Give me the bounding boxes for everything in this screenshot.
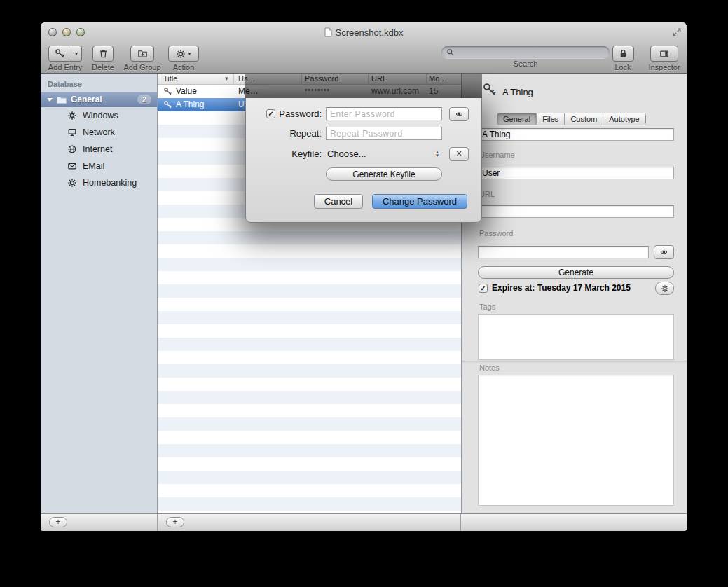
change-password-sheet: ✓ Password: Repeat: Ke [245, 98, 482, 223]
tags-label: Tags [479, 303, 495, 311]
show-password-button[interactable] [449, 107, 469, 121]
notes-field[interactable] [478, 375, 674, 506]
add-group-group: Add Group [119, 42, 165, 71]
repeat-label: Repeat: [289, 128, 322, 139]
show-password-button[interactable] [654, 245, 674, 259]
chevron-down-icon: ▾ [188, 51, 191, 57]
add-entry-label: Add Entry [48, 63, 82, 71]
generate-keyfile-button[interactable]: Generate Keyfile [326, 167, 442, 181]
close-button[interactable] [48, 28, 57, 36]
tab-files[interactable]: Files [536, 113, 564, 125]
popup-stepper-icon: ▲ ▼ [435, 151, 439, 157]
stepper-down-icon: ▼ [435, 154, 439, 158]
toolbar: ▾ Add Entry Delete [41, 42, 687, 74]
sidebar-item-label: Windows [83, 111, 118, 120]
lock-group: Lock [606, 42, 640, 71]
lock-button[interactable] [612, 46, 634, 62]
action-button[interactable]: ▾ [168, 46, 199, 62]
change-password-button[interactable]: Change Password [372, 194, 467, 209]
section-divider [462, 361, 687, 361]
inspector-button[interactable] [650, 46, 678, 62]
trash-icon [98, 48, 109, 59]
sidebar-group-label: General [71, 95, 102, 104]
generate-label: Generate [558, 268, 593, 277]
lock-icon [618, 48, 629, 59]
search-input[interactable] [441, 46, 610, 58]
add-entry-dropdown[interactable]: ▾ [71, 46, 82, 62]
clear-keyfile-button[interactable]: ✕ [449, 147, 469, 161]
sort-indicator-icon: ▾ [225, 75, 228, 82]
keyfile-row: Keyfile: Choose... ▲ ▼ ✕ [257, 146, 469, 161]
close-icon: ✕ [455, 149, 462, 158]
key-icon [163, 87, 172, 96]
sidebar-group-general[interactable]: General 2 [41, 92, 157, 107]
add-entry-button[interactable] [48, 46, 71, 62]
sidebar-item-network[interactable]: Network [41, 124, 157, 141]
sheet-shadow-overlay [245, 74, 482, 98]
fullscreen-icon[interactable] [672, 27, 682, 40]
inspector-tabs: General Files Custom Autotype [497, 113, 646, 125]
gear-icon [67, 111, 77, 120]
eye-icon [454, 110, 465, 118]
column-header-title[interactable]: Title [163, 74, 177, 83]
title-field[interactable] [478, 128, 674, 141]
folder-plus-icon [137, 48, 148, 59]
bottom-bar-inspector-section [461, 514, 687, 531]
key-icon [163, 100, 172, 109]
tab-custom[interactable]: Custom [564, 113, 603, 125]
username-label: Username [479, 151, 515, 159]
gear-icon [661, 284, 669, 293]
username-field[interactable] [478, 167, 674, 179]
password-field[interactable] [478, 246, 649, 258]
window-chrome: Screenshot.kdbx ▾ [41, 22, 687, 74]
expires-row: ✓ Expires at: Tuesday 17 March 2015 [479, 283, 631, 293]
search-label: Search [514, 60, 538, 68]
add-group-label: Add Group [123, 63, 160, 71]
add-group-plus-button[interactable]: + [49, 517, 67, 527]
inspector-panel: A Thing General Files Custom Autotype Us… [461, 74, 687, 513]
entry-count-badge: 2 [137, 95, 151, 104]
column-separator[interactable] [233, 74, 234, 83]
url-field[interactable] [478, 205, 674, 218]
add-group-button[interactable] [130, 46, 154, 62]
change-password-label: Change Password [383, 196, 457, 207]
lock-label: Lock [614, 63, 631, 71]
sidebar-item-email[interactable]: EMail [41, 158, 157, 174]
action-group: ▾ Action [165, 42, 202, 71]
desktop-background: Screenshot.kdbx ▾ [0, 0, 728, 587]
sidebar-item-windows[interactable]: Windows [41, 107, 157, 124]
delete-button[interactable] [92, 46, 114, 62]
minimize-button[interactable] [62, 28, 71, 36]
zoom-button[interactable] [76, 28, 85, 36]
generate-password-button[interactable]: Generate [478, 266, 674, 279]
delete-group: Delete [85, 42, 121, 71]
delete-label: Delete [92, 63, 114, 71]
document-icon [324, 27, 332, 37]
new-password-input[interactable] [326, 107, 442, 120]
action-label: Action [173, 63, 195, 71]
monitor-icon [67, 127, 77, 137]
repeat-password-input[interactable] [326, 127, 442, 140]
search-group: Search [440, 42, 611, 68]
expires-label: Expires at: Tuesday 17 March 2015 [492, 283, 631, 293]
bottom-bar: + + [41, 513, 687, 531]
disclosure-triangle-icon[interactable] [47, 98, 53, 102]
window-title: Screenshot.kdbx [336, 27, 404, 38]
add-entry-group: ▾ Add Entry [44, 42, 86, 71]
globe-icon [67, 144, 77, 154]
expires-options-button[interactable] [655, 282, 674, 295]
cancel-button[interactable]: Cancel [314, 194, 363, 209]
expires-checkbox[interactable]: ✓ [479, 284, 488, 293]
sidebar-item-homebanking[interactable]: Homebanking [41, 174, 157, 191]
sidebar-item-label: EMail [83, 161, 104, 171]
sidebar-item-internet[interactable]: Internet [41, 141, 157, 158]
tab-general[interactable]: General [497, 113, 536, 125]
tags-field[interactable] [478, 314, 674, 360]
titlebar[interactable]: Screenshot.kdbx [41, 22, 687, 42]
tab-autotype[interactable]: Autotype [603, 113, 645, 125]
password-checkbox[interactable]: ✓ [266, 109, 275, 118]
repeat-row: Repeat: [257, 126, 442, 141]
add-entry-plus-button[interactable]: + [166, 517, 184, 527]
password-label: Password [479, 229, 513, 237]
keyfile-popup[interactable]: Choose... ▲ ▼ [326, 149, 442, 159]
